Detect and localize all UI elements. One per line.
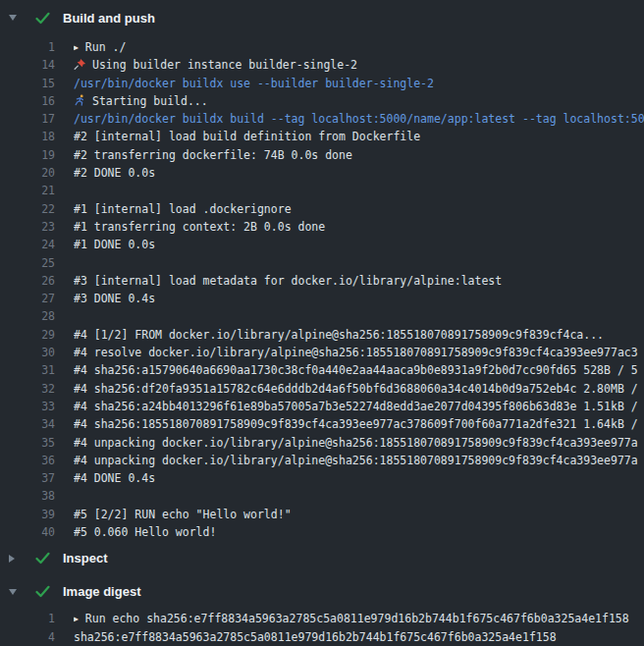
log-lines: 1▶Run echo sha256:e7ff8834a5963a2785c5a0…	[0, 610, 644, 646]
log-line-text: #5 0.060 Hello world!	[74, 523, 644, 541]
log-line: 38	[0, 487, 644, 505]
log-line-text: #3 [internal] load metadata for docker.i…	[74, 272, 644, 290]
log-line: 23#1 transferring context: 2B 0.0s done	[0, 218, 644, 236]
line-number-link[interactable]: 17	[0, 110, 55, 128]
line-number-link[interactable]: 36	[0, 452, 55, 469]
log-line: 30#4 resolve docker.io/library/alpine@sh…	[0, 344, 644, 361]
log-line-text	[74, 487, 644, 505]
line-number-link[interactable]: 22	[0, 200, 55, 218]
log-line: 39#5 [2/2] RUN echo "Hello world!"	[0, 506, 644, 523]
log-line-text: #1 [internal] load .dockerignore	[74, 200, 644, 218]
line-number-link[interactable]: 15	[0, 75, 55, 92]
line-number-link[interactable]: 29	[0, 326, 55, 344]
line-number-link[interactable]: 39	[0, 506, 55, 523]
section-title: Build and push	[63, 11, 155, 26]
line-number-link[interactable]: 4	[0, 628, 55, 646]
log-line-text: #4 sha256:df20fa9351a15782c64e6dddb2d4a6…	[74, 380, 644, 398]
workflow-log-viewer: Build and push 1▶Run ./14Using builder i…	[0, 0, 644, 646]
line-number-link[interactable]: 27	[0, 290, 55, 307]
line-number-link[interactable]: 23	[0, 218, 55, 236]
line-number-link[interactable]: 19	[0, 146, 55, 164]
log-line: 27#3 DONE 0.4s	[0, 290, 644, 307]
log-lines: 1▶Run ./14Using builder instance builder…	[0, 38, 644, 541]
line-number-link[interactable]: 18	[0, 128, 55, 145]
log-line: 1▶Run echo sha256:e7ff8834a5963a2785c5a0…	[0, 610, 644, 627]
log-line-text: #4 [1/2] FROM docker.io/library/alpine@s…	[74, 326, 644, 344]
line-number-link[interactable]: 1	[0, 38, 55, 56]
section-image-digest: Image digest 1▶Run echo sha256:e7ff8834a…	[0, 576, 644, 646]
chevron-down-icon[interactable]	[9, 589, 20, 595]
success-check-icon	[35, 585, 50, 598]
line-number-link[interactable]: 1	[0, 610, 55, 627]
log-line: 4sha256:e7ff8834a5963a2785c5a0811e979d16…	[0, 628, 644, 646]
section-title: Image digest	[63, 584, 140, 599]
success-check-icon	[35, 552, 50, 565]
log-line-text: #4 resolve docker.io/library/alpine@sha2…	[74, 344, 644, 361]
log-line-text: #2 [internal] load build definition from…	[74, 128, 644, 145]
log-line: 15/usr/bin/docker buildx use --builder b…	[0, 75, 644, 92]
log-line-text: sha256:e7ff8834a5963a2785c5a0811e979d16b…	[74, 628, 644, 646]
log-line: 14Using builder instance builder-single-…	[0, 56, 644, 74]
log-line: 34#4 sha256:185518070891758909c9f839cf4c…	[0, 415, 644, 433]
log-line-text: #4 sha256:a24bb4013296f61e89ba57005a7b3e…	[74, 398, 644, 415]
log-line-text: #2 transferring dockerfile: 74B 0.0s don…	[74, 146, 644, 164]
section-title: Inspect	[63, 551, 108, 565]
line-number-link[interactable]: 24	[0, 236, 55, 253]
log-line: 18#2 [internal] load build definition fr…	[0, 128, 644, 145]
section-header-image-digest[interactable]: Image digest	[0, 576, 644, 607]
line-number-link[interactable]: 33	[0, 398, 55, 415]
section-build-and-push: Build and push 1▶Run ./14Using builder i…	[0, 0, 644, 541]
line-number-link[interactable]: 26	[0, 272, 55, 290]
chevron-down-icon[interactable]	[9, 15, 20, 21]
log-line: 17/usr/bin/docker buildx build --tag loc…	[0, 110, 644, 128]
log-line: 19#2 transferring dockerfile: 74B 0.0s d…	[0, 146, 644, 164]
log-line-text: Starting build...	[74, 92, 644, 110]
log-line-text: #3 DONE 0.4s	[74, 290, 644, 307]
line-number-link[interactable]: 37	[0, 469, 55, 487]
line-number-link[interactable]: 28	[0, 307, 55, 325]
log-line: 16Starting build...	[0, 92, 644, 110]
log-line: 26#3 [internal] load metadata for docker…	[0, 272, 644, 290]
line-number-link[interactable]: 32	[0, 380, 55, 398]
log-line: 37#4 DONE 0.4s	[0, 469, 644, 487]
section-header-inspect[interactable]: Inspect	[0, 543, 644, 573]
line-number-link[interactable]: 35	[0, 434, 55, 452]
line-number-link[interactable]: 20	[0, 164, 55, 182]
log-line: 22#1 [internal] load .dockerignore	[0, 200, 644, 218]
log-line: 31#4 sha256:a15790640a6690aa1730c38cf0a4…	[0, 361, 644, 379]
line-number-link[interactable]: 40	[0, 523, 55, 541]
log-line-text: #4 unpacking docker.io/library/alpine@sh…	[74, 434, 644, 452]
line-number-link[interactable]: 14	[0, 56, 55, 74]
log-line: 35#4 unpacking docker.io/library/alpine@…	[0, 434, 644, 452]
line-number-link[interactable]: 30	[0, 344, 55, 361]
line-number-link[interactable]: 34	[0, 415, 55, 433]
log-line-text: #5 [2/2] RUN echo "Hello world!"	[74, 506, 644, 523]
log-line-text: #2 DONE 0.0s	[74, 164, 644, 182]
log-line: 24#1 DONE 0.0s	[0, 236, 644, 253]
section-inspect: Inspect	[0, 543, 644, 573]
log-line: 21	[0, 182, 644, 199]
line-number-link[interactable]: 38	[0, 487, 55, 505]
line-number-link[interactable]: 16	[0, 92, 55, 110]
log-line: 40#5 0.060 Hello world!	[0, 523, 644, 541]
line-number-link[interactable]: 21	[0, 182, 55, 199]
log-line-text: #4 sha256:a15790640a6690aa1730c38cf0a440…	[74, 361, 644, 379]
runner-icon	[74, 94, 86, 106]
log-line-text: #4 unpacking docker.io/library/alpine@sh…	[74, 452, 644, 469]
log-line-text	[74, 182, 644, 199]
pushpin-icon	[74, 58, 86, 70]
expand-group-icon[interactable]: ▶	[74, 39, 79, 56]
section-header-build-and-push[interactable]: Build and push	[0, 0, 644, 35]
line-number-link[interactable]: 25	[0, 254, 55, 272]
log-line: 28	[0, 307, 644, 325]
expand-group-icon[interactable]: ▶	[74, 611, 79, 627]
log-line-text: #1 transferring context: 2B 0.0s done	[74, 218, 644, 236]
success-check-icon	[35, 12, 50, 25]
log-line: 29#4 [1/2] FROM docker.io/library/alpine…	[0, 326, 644, 344]
log-line: 32#4 sha256:df20fa9351a15782c64e6dddb2d4…	[0, 380, 644, 398]
command-line-text: /usr/bin/docker buildx build --tag local…	[74, 110, 644, 128]
log-line-text	[74, 307, 644, 325]
chevron-right-icon[interactable]	[9, 555, 20, 563]
log-line-text: ▶Run ./	[74, 38, 644, 56]
line-number-link[interactable]: 31	[0, 361, 55, 379]
